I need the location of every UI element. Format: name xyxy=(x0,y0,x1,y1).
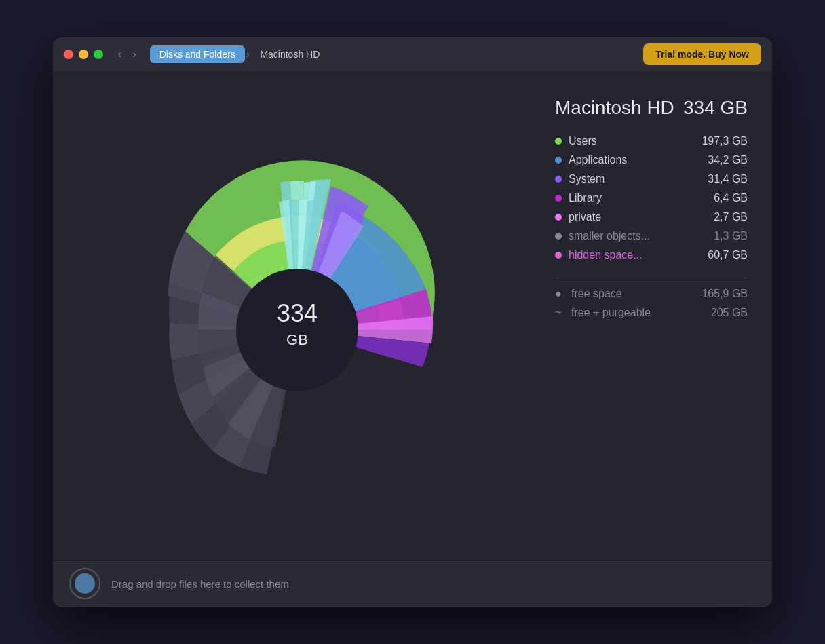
titlebar: ‹ › Disks and Folders › Macintosh HD Tri… xyxy=(53,37,772,73)
legend-dot xyxy=(555,138,562,145)
free-prefix: ● xyxy=(555,288,564,300)
legend-dot xyxy=(555,233,562,240)
free-label: free + purgeable xyxy=(571,307,651,319)
breadcrumb-current[interactable]: Macintosh HD xyxy=(250,45,329,63)
breadcrumb: Disks and Folders › Macintosh HD xyxy=(150,45,330,63)
legend-value: 2,7 GB xyxy=(714,211,748,223)
bottom-bar: Drag and drop files here to collect them xyxy=(53,560,772,607)
legend-dot xyxy=(555,214,562,221)
legend-label: Library xyxy=(569,192,602,204)
free-value: 205 GB xyxy=(711,307,748,319)
free-item: ●free space165,9 GB xyxy=(555,288,748,300)
legend-item[interactable]: private2,7 GB xyxy=(555,211,748,223)
drop-icon xyxy=(69,568,100,599)
traffic-lights xyxy=(64,50,103,59)
legend-label: System xyxy=(569,173,605,185)
nav-forward-button[interactable]: › xyxy=(128,47,140,62)
legend-dot xyxy=(555,157,562,164)
minimize-button[interactable] xyxy=(79,50,88,59)
disk-title: Macintosh HD 334 GB xyxy=(555,97,748,119)
free-space-list: ●free space165,9 GB~free + purgeable205 … xyxy=(555,288,748,326)
chart-area: 334 GB xyxy=(53,73,541,560)
legend-value: 34,2 GB xyxy=(708,154,748,166)
legend-value: 60,7 GB xyxy=(708,249,748,261)
legend-dot xyxy=(555,176,562,183)
legend-dot xyxy=(555,252,562,259)
nav-back-button[interactable]: ‹ xyxy=(114,47,126,62)
free-label: free space xyxy=(571,288,622,300)
legend-item[interactable]: hidden space...60,7 GB xyxy=(555,249,748,261)
info-panel: Macintosh HD 334 GB Users197,3 GBApplica… xyxy=(541,73,772,560)
legend-label: private xyxy=(569,211,601,223)
disk-chart: 334 GB xyxy=(121,113,474,520)
legend-value: 1,3 GB xyxy=(714,230,748,242)
free-value: 165,9 GB xyxy=(702,288,748,300)
drop-icon-inner xyxy=(75,573,95,594)
svg-point-1 xyxy=(236,269,358,391)
breadcrumb-root[interactable]: Disks and Folders xyxy=(150,45,245,63)
breadcrumb-separator: › xyxy=(246,49,250,60)
main-content: 334 GB Macintosh HD 334 GB Users197,3 GB… xyxy=(53,73,772,560)
legend-item[interactable]: System31,4 GB xyxy=(555,173,748,185)
free-prefix: ~ xyxy=(555,307,564,319)
legend-value: 6,4 GB xyxy=(714,192,748,204)
legend-dot xyxy=(555,195,562,202)
fullscreen-button[interactable] xyxy=(94,50,103,59)
legend-item[interactable]: smaller objects...1,3 GB xyxy=(555,230,748,242)
disk-total-size: 334 GB xyxy=(683,97,748,119)
legend-label: Users xyxy=(569,135,597,147)
legend-item[interactable]: Library6,4 GB xyxy=(555,192,748,204)
legend-label: Applications xyxy=(569,154,627,166)
legend-label: hidden space... xyxy=(569,249,642,261)
disk-name: Macintosh HD xyxy=(555,97,674,119)
chart-center-line2: GB xyxy=(286,331,308,348)
drop-text: Drag and drop files here to collect them xyxy=(111,578,289,590)
legend-list: Users197,3 GBApplications34,2 GBSystem31… xyxy=(555,135,748,268)
trial-button[interactable]: Trial mode. Buy Now xyxy=(643,43,761,65)
legend-divider xyxy=(555,278,748,278)
legend-label: smaller objects... xyxy=(569,230,650,242)
legend-item[interactable]: Applications34,2 GB xyxy=(555,154,748,166)
close-button[interactable] xyxy=(64,50,73,59)
nav-arrows: ‹ › xyxy=(114,47,140,62)
legend-item[interactable]: Users197,3 GB xyxy=(555,135,748,147)
app-window: ‹ › Disks and Folders › Macintosh HD Tri… xyxy=(53,37,772,607)
legend-value: 31,4 GB xyxy=(708,173,748,185)
chart-center-line1: 334 xyxy=(277,299,318,327)
legend-value: 197,3 GB xyxy=(702,135,748,147)
free-item: ~free + purgeable205 GB xyxy=(555,307,748,319)
